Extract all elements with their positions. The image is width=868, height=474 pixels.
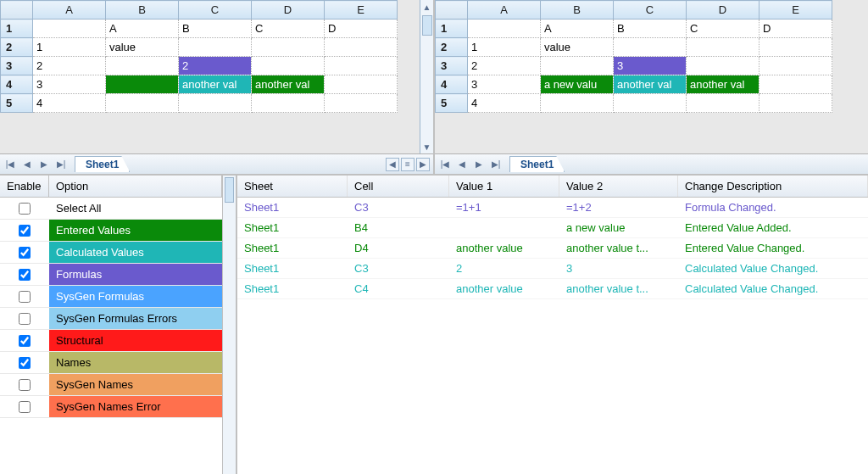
cell[interactable] (325, 57, 398, 75)
nav-prev-icon[interactable]: ◀ (20, 158, 34, 171)
option-label[interactable]: Names (49, 352, 222, 373)
nav-last-icon[interactable]: ▶| (54, 158, 68, 171)
nav-last-icon[interactable]: ▶| (489, 158, 503, 171)
diff-row[interactable]: Sheet1C323Calculated Value Changed. (237, 259, 868, 279)
option-label[interactable]: SysGen Formulas (49, 286, 222, 307)
diff-row[interactable]: Sheet1B4a new valueEntered Value Added. (237, 218, 868, 238)
cell[interactable] (106, 75, 179, 94)
option-label[interactable]: Entered Values (49, 220, 222, 241)
option-checkbox[interactable] (19, 247, 31, 259)
column-header[interactable]: C (614, 1, 687, 20)
hscroll-right-icon[interactable]: ▶ (416, 158, 430, 171)
cell[interactable] (541, 57, 614, 75)
cell[interactable]: 3 (33, 75, 106, 94)
cell[interactable] (325, 94, 398, 113)
cell[interactable] (687, 94, 760, 113)
row-header[interactable]: 5 (1, 94, 33, 113)
hscroll-bar-icon[interactable]: ≡ (401, 158, 415, 171)
column-header[interactable]: A (33, 1, 106, 20)
cell[interactable] (614, 94, 687, 113)
column-header[interactable]: E (325, 1, 398, 20)
option-checkbox[interactable] (19, 225, 31, 237)
cell[interactable] (325, 38, 398, 57)
cell[interactable]: 3 (614, 57, 687, 75)
left-grid[interactable]: ABCDE1ABCD21value32243another valanother… (0, 0, 398, 113)
cell[interactable] (106, 57, 179, 75)
cell[interactable] (760, 75, 832, 94)
cell[interactable]: C (252, 20, 325, 38)
cell[interactable] (541, 94, 614, 113)
column-header[interactable]: D (252, 1, 325, 20)
nav-next-icon[interactable]: ▶ (472, 158, 486, 171)
nav-first-icon[interactable]: |◀ (3, 158, 17, 171)
cell[interactable]: 4 (468, 94, 541, 113)
option-label[interactable]: Select All (49, 198, 222, 219)
cell[interactable] (760, 38, 832, 57)
row-header[interactable]: 1 (1, 20, 33, 38)
left-horizontal-scrollbar[interactable]: ◀ ≡ ▶ (386, 158, 430, 171)
option-label[interactable]: SysGen Formulas Errors (49, 308, 222, 329)
nav-first-icon[interactable]: |◀ (438, 158, 452, 171)
cell[interactable]: 1 (468, 38, 541, 57)
cell[interactable]: A (541, 20, 614, 38)
option-checkbox[interactable] (19, 401, 31, 413)
column-header[interactable]: C (179, 1, 252, 20)
cell[interactable] (614, 38, 687, 57)
row-header[interactable]: 2 (436, 38, 468, 57)
column-header[interactable]: D (687, 1, 760, 20)
cell[interactable]: a new valu (541, 75, 614, 94)
row-header[interactable]: 4 (436, 75, 468, 94)
cell[interactable]: 2 (33, 57, 106, 75)
diff-row[interactable]: Sheet1C3=1+1=1+2Formula Changed. (237, 198, 868, 218)
cell[interactable] (687, 38, 760, 57)
cell[interactable] (252, 38, 325, 57)
cell[interactable]: 3 (468, 75, 541, 94)
option-checkbox[interactable] (19, 203, 31, 215)
cell[interactable] (179, 38, 252, 57)
option-label[interactable]: Structural (49, 330, 222, 351)
cell[interactable]: B (179, 20, 252, 38)
cell[interactable]: 1 (33, 38, 106, 57)
diff-row[interactable]: Sheet1D4another valueanother value t...E… (237, 238, 868, 259)
cell[interactable] (687, 57, 760, 75)
corner-cell[interactable] (1, 1, 33, 20)
option-checkbox[interactable] (19, 335, 31, 347)
cell[interactable]: 2 (468, 57, 541, 75)
nav-next-icon[interactable]: ▶ (37, 158, 51, 171)
cell[interactable] (179, 94, 252, 113)
row-header[interactable]: 1 (436, 20, 468, 38)
left-vertical-scrollbar[interactable]: ▲ ▼ (420, 0, 433, 153)
right-grid[interactable]: ABCDE1ABCD21value32343a new valuanother … (435, 0, 832, 113)
scroll-thumb[interactable] (422, 15, 432, 36)
cell[interactable] (33, 20, 106, 38)
row-header[interactable]: 5 (436, 94, 468, 113)
option-label[interactable]: Calculated Values (49, 242, 222, 263)
nav-prev-icon[interactable]: ◀ (455, 158, 469, 171)
option-label[interactable]: Formulas (49, 264, 222, 285)
cell[interactable] (760, 94, 832, 113)
option-label[interactable]: SysGen Names Error (49, 396, 222, 417)
cell[interactable]: A (106, 20, 179, 38)
cell[interactable]: 4 (33, 94, 106, 113)
column-header[interactable]: A (468, 1, 541, 20)
cell[interactable]: B (614, 20, 687, 38)
row-header[interactable]: 2 (1, 38, 33, 57)
cell[interactable] (252, 94, 325, 113)
cell[interactable] (252, 57, 325, 75)
hscroll-left-icon[interactable]: ◀ (386, 158, 399, 171)
cell[interactable] (106, 94, 179, 113)
row-header[interactable]: 3 (436, 57, 468, 75)
scroll-up-icon[interactable]: ▲ (420, 0, 434, 14)
cell[interactable]: another val (179, 75, 252, 94)
option-checkbox[interactable] (19, 357, 31, 369)
column-header[interactable]: B (106, 1, 179, 20)
cell[interactable] (760, 57, 832, 75)
option-checkbox[interactable] (19, 291, 31, 303)
row-header[interactable]: 3 (1, 57, 33, 75)
left-sheet-tab[interactable]: Sheet1 (75, 156, 130, 172)
cell[interactable]: C (687, 20, 760, 38)
cell[interactable]: another val (614, 75, 687, 94)
cell[interactable] (468, 20, 541, 38)
diff-row[interactable]: Sheet1C4another valueanother value t...C… (237, 279, 868, 299)
scroll-thumb[interactable] (225, 177, 234, 203)
